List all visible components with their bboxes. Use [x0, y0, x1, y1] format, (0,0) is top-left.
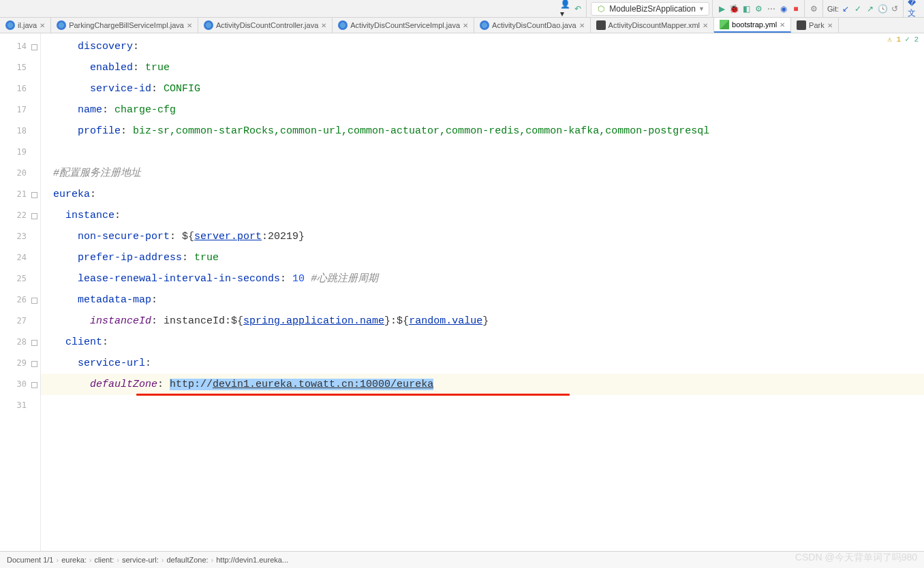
tab-bootstrap-yml[interactable]: bootstrap.yml✕ — [714, 18, 791, 33]
tab-label: ParkingChargeBillServiceImpl.java — [69, 21, 184, 29]
tab-label: Park — [809, 21, 825, 29]
git-update-icon[interactable]: ↙ — [840, 3, 851, 14]
tab-label: bootstrap.yml — [732, 20, 777, 29]
close-icon[interactable]: ✕ — [40, 22, 45, 29]
crumb-item[interactable]: Document 1/1 — [7, 556, 53, 564]
code-line[interactable]: profile: biz-sr,common-starRocks,common-… — [41, 121, 924, 142]
warn-badge[interactable]: ⚠ 1 — [887, 35, 901, 44]
code-line[interactable] — [41, 142, 924, 163]
crumb-item[interactable]: defaultZone: — [166, 556, 208, 564]
git-rollback-icon[interactable]: ↺ — [889, 3, 900, 14]
tab-label: ActivityDiscountMapper.xml — [609, 21, 700, 29]
git-push-icon[interactable]: ↗ — [865, 3, 876, 14]
editor-tabs: il.java✕ParkingChargeBillServiceImpl.jav… — [0, 18, 924, 33]
code-line[interactable]: lease-renewal-interval-in-seconds: 10 #心… — [41, 268, 924, 289]
close-icon[interactable]: ✕ — [187, 22, 192, 29]
user-icon[interactable]: 👤▾ — [560, 3, 571, 14]
tab-Park[interactable]: Park✕ — [791, 18, 839, 33]
tab-il-java[interactable]: il.java✕ — [0, 18, 51, 33]
close-icon[interactable]: ✕ — [321, 22, 326, 29]
code-line[interactable] — [41, 395, 924, 416]
line-number: 23 — [0, 226, 40, 247]
crumb-item[interactable]: service-url: — [122, 556, 159, 564]
file-icon — [204, 20, 213, 30]
back-icon[interactable]: ↶ — [572, 3, 583, 14]
crumb-item[interactable]: client: — [95, 556, 114, 564]
code-line[interactable]: eureka: — [41, 184, 924, 205]
close-icon[interactable]: ✕ — [703, 22, 708, 29]
line-number: 14 — [0, 36, 40, 57]
tab-ActivityDisCountController-java[interactable]: ActivityDisCountController.java✕ — [198, 18, 333, 33]
file-icon — [5, 20, 15, 30]
code-line[interactable]: defaultZone: http://devin1.eureka.towatt… — [41, 374, 924, 395]
line-number: 21 — [0, 184, 40, 205]
gutter: 141516171819202122232425262728293031 — [0, 33, 41, 551]
line-number: 25 — [0, 268, 40, 289]
code-line[interactable]: name: charge-cfg — [41, 99, 924, 121]
attach-icon[interactable]: ⋯ — [766, 3, 777, 14]
line-number: 17 — [0, 99, 40, 121]
dropdown-icon: ▼ — [698, 5, 705, 12]
code-line[interactable]: service-id: CONFIG — [41, 78, 924, 99]
file-icon — [57, 20, 66, 30]
inspection-badges[interactable]: ⚠ 1 ✓ 2 — [887, 35, 919, 44]
tab-ActivityDiscountMapper-xml[interactable]: ActivityDiscountMapper.xml✕ — [591, 18, 715, 33]
gear-icon[interactable]: ⚙ — [809, 3, 820, 14]
close-icon[interactable]: ✕ — [579, 22, 585, 29]
code-line[interactable]: instance: — [41, 205, 924, 226]
file-icon — [720, 20, 729, 29]
tab-ActivityDisCountDao-java[interactable]: ActivityDisCountDao.java✕ — [474, 18, 591, 33]
tab-label: ActivityDisCountDao.java — [492, 21, 576, 29]
line-number: 31 — [0, 395, 40, 416]
code-line[interactable]: prefer-ip-address: true — [41, 247, 924, 268]
file-icon — [596, 20, 606, 30]
spring-icon: ⬡ — [596, 3, 606, 14]
code-line[interactable]: non-secure-port: ${server.port:20219} — [41, 226, 924, 247]
annotation-underline — [136, 394, 570, 396]
close-icon[interactable]: ✕ — [780, 21, 785, 29]
crumb-item[interactable]: eureka: — [61, 556, 87, 564]
file-icon — [480, 20, 489, 30]
git-history-icon[interactable]: 🕓 — [877, 3, 888, 14]
line-number: 29 — [0, 353, 40, 374]
file-icon — [338, 20, 348, 30]
coverage-icon[interactable]: ◧ — [741, 3, 752, 14]
check-badge[interactable]: ✓ 2 — [905, 35, 919, 44]
code-line[interactable]: instanceId: instanceId:${spring.applicat… — [41, 311, 924, 332]
line-number: 26 — [0, 289, 40, 311]
code-line[interactable]: enabled: true — [41, 57, 924, 78]
code-line[interactable]: discovery: — [41, 36, 924, 57]
tab-label: ActivityDisCountServiceImpl.java — [350, 21, 460, 29]
stop-icon[interactable]: ■ — [790, 3, 801, 14]
debug-icon[interactable]: 🐞 — [729, 3, 740, 14]
toolbar: 👤▾ ↶ ⬡ ModuleBizSrApplication ▼ ▶ 🐞 ◧ ⚙ … — [0, 0, 924, 18]
breadcrumb[interactable]: Document 1/1›eureka:›client:›service-url… — [0, 551, 924, 568]
line-number: 30 — [0, 374, 40, 395]
code-line[interactable]: client: — [41, 332, 924, 353]
tab-label: il.java — [18, 21, 37, 29]
code-area[interactable]: ⚠ 1 ✓ 2 discovery: enabled: true service… — [41, 33, 924, 551]
line-number: 19 — [0, 142, 40, 163]
tab-ParkingChargeBillServiceImpl-java[interactable]: ParkingChargeBillServiceImpl.java✕ — [51, 18, 198, 33]
close-icon[interactable]: ✕ — [827, 22, 833, 29]
code-line[interactable]: service-url: — [41, 353, 924, 374]
line-number: 20 — [0, 163, 40, 184]
line-number: 24 — [0, 247, 40, 268]
crumb-item[interactable]: http://devin1.eureka... — [216, 556, 288, 564]
code-line[interactable]: metadata-map: — [41, 289, 924, 311]
file-icon — [797, 20, 806, 30]
translate-icon[interactable]: �文 — [908, 3, 919, 14]
hotswap-icon[interactable]: ◉ — [778, 3, 789, 14]
run-icon[interactable]: ▶ — [717, 3, 728, 14]
line-number: 16 — [0, 78, 40, 99]
git-label: Git: — [827, 5, 839, 13]
tab-label: ActivityDisCountController.java — [216, 21, 318, 29]
close-icon[interactable]: ✕ — [463, 22, 468, 29]
code-line[interactable]: #配置服务注册地址 — [41, 163, 924, 184]
line-number: 18 — [0, 121, 40, 142]
profile-icon[interactable]: ⚙ — [754, 3, 765, 14]
tab-ActivityDisCountServiceImpl-java[interactable]: ActivityDisCountServiceImpl.java✕ — [333, 18, 474, 33]
code-editor[interactable]: 141516171819202122232425262728293031 ⚠ 1… — [0, 33, 924, 551]
run-configuration[interactable]: ⬡ ModuleBizSrApplication ▼ — [591, 2, 709, 16]
git-commit-icon[interactable]: ✓ — [852, 3, 863, 14]
